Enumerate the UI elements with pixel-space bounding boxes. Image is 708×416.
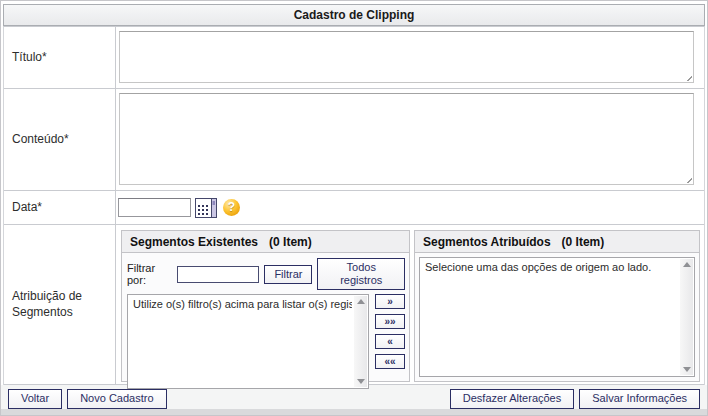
conteudo-field-cell: [116, 89, 704, 190]
titulo-label: Título*: [4, 27, 116, 88]
clipping-form: Título* Conteúdo* Data*: [3, 26, 705, 385]
move-left-button[interactable]: «: [375, 334, 405, 349]
salvar-informacoes-button[interactable]: Salvar Informações: [579, 389, 700, 409]
listbox-placeholder-text: Utilize o(s) filtro(s) acima para listar…: [133, 298, 352, 310]
conteudo-label: Conteúdo*: [4, 89, 116, 190]
segmentos-row: Atribuição de Segmentos Segmentos Existe…: [4, 225, 704, 385]
voltar-button[interactable]: Voltar: [8, 389, 62, 409]
transfer-buttons: » »» « ««: [375, 294, 405, 389]
filter-row: Filtrar por: Filtrar Todos registros: [122, 253, 409, 294]
move-right-button[interactable]: »: [375, 294, 405, 309]
scroll-up-icon[interactable]: [683, 262, 691, 267]
scroll-up-icon[interactable]: [357, 299, 365, 304]
scroll-down-icon[interactable]: [357, 379, 365, 384]
segmentos-existentes-title: Segmentos Existentes: [130, 235, 258, 249]
titulo-row: Título*: [4, 27, 704, 89]
todos-registros-button[interactable]: Todos registros: [317, 258, 405, 290]
listbox-scrollbar[interactable]: [680, 259, 693, 375]
segmentos-existentes-count: (0 Item): [269, 235, 312, 249]
move-all-right-button[interactable]: »»: [375, 314, 405, 329]
footer-right-buttons: Desfazer Alterações Salvar Informações: [450, 389, 700, 409]
segmentos-existentes-body: Utilize o(s) filtro(s) acima para listar…: [122, 294, 409, 393]
segmentos-existentes-panel: Segmentos Existentes (0 Item) Filtrar po…: [121, 230, 410, 382]
move-all-left-button[interactable]: ««: [375, 354, 405, 369]
conteudo-textarea[interactable]: [119, 93, 694, 185]
atribuicao-segmentos-label: Atribuição de Segmentos: [4, 225, 116, 384]
segmentos-atribuidos-listbox[interactable]: Selecione uma das opções de origem ao la…: [419, 257, 695, 377]
page-title: Cadastro de Clipping: [3, 4, 705, 26]
titulo-field-cell: [116, 27, 704, 88]
data-field-cell: ?: [116, 191, 704, 224]
data-label: Data*: [4, 191, 116, 224]
segmentos-field-cell: Segmentos Existentes (0 Item) Filtrar po…: [116, 225, 704, 384]
scroll-down-icon[interactable]: [683, 367, 691, 372]
segmentos-atribuidos-title: Segmentos Atribuídos: [423, 235, 551, 249]
filtrar-por-label: Filtrar por:: [127, 262, 172, 286]
data-input[interactable]: [118, 198, 191, 217]
segmentos-atribuidos-count: (0 Item): [562, 235, 605, 249]
listbox-scrollbar[interactable]: [354, 296, 367, 387]
listbox-placeholder-text: Selecione uma das opções de origem ao la…: [425, 261, 678, 273]
desfazer-alteracoes-button[interactable]: Desfazer Alterações: [450, 389, 574, 409]
help-icon[interactable]: ?: [223, 199, 240, 216]
conteudo-row: Conteúdo*: [4, 89, 704, 191]
filter-input[interactable]: [177, 266, 259, 283]
filtrar-button[interactable]: Filtrar: [264, 265, 312, 284]
calendar-icon[interactable]: [195, 198, 217, 218]
segmentos-existentes-listbox[interactable]: Utilize o(s) filtro(s) acima para listar…: [127, 294, 369, 389]
titulo-textarea[interactable]: [119, 31, 694, 83]
cadastro-clipping-screen: Cadastro de Clipping Título* Conteúdo*: [0, 0, 708, 416]
segmentos-atribuidos-panel: Segmentos Atribuídos (0 Item) Selecione …: [414, 230, 700, 382]
segmentos-atribuidos-header: Segmentos Atribuídos (0 Item): [415, 231, 699, 253]
segmentos-existentes-header: Segmentos Existentes (0 Item): [122, 231, 409, 253]
bottom-margin: [1, 409, 707, 415]
data-row: Data* ?: [4, 191, 704, 225]
